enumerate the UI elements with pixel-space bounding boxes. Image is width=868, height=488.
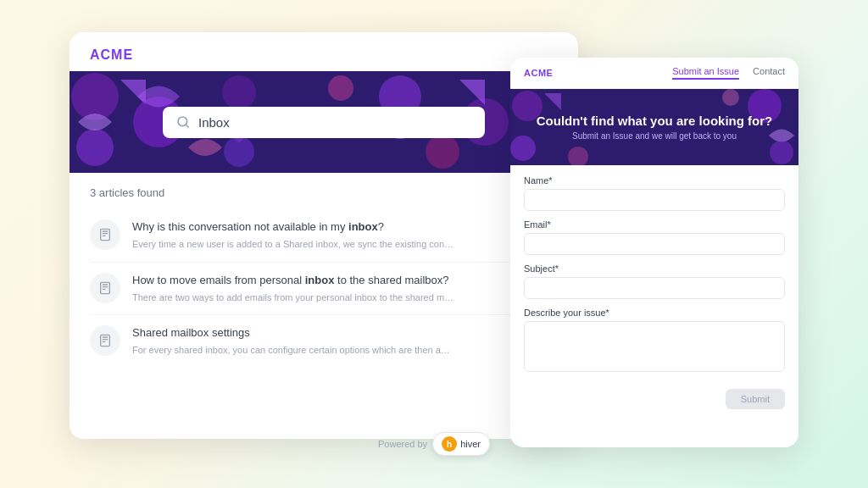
hiver-badge: h hiver xyxy=(432,432,490,456)
contact-form: Name* Email* Subject* Describe your issu… xyxy=(510,165,798,419)
svg-point-0 xyxy=(71,73,119,120)
search-input[interactable] xyxy=(198,115,471,130)
article-excerpt: For every shared inbox, you can configur… xyxy=(132,344,454,357)
form-group-issue: Describe your issue* xyxy=(524,308,785,375)
article-item[interactable]: Why is this conversation not available i… xyxy=(90,209,558,263)
nav-contact[interactable]: Contact xyxy=(753,66,785,80)
form-group-subject: Subject* xyxy=(524,263,785,299)
article-title: Shared mailbox settings xyxy=(132,325,558,341)
hero-banner xyxy=(70,71,578,173)
main-card-header: ACME xyxy=(70,32,578,71)
svg-point-3 xyxy=(222,75,256,109)
contact-card: ACME Submit an Issue Contact Couldn't fi… xyxy=(510,58,798,447)
search-container xyxy=(163,107,485,138)
contact-hero-subtitle: Submit an Issue and we will get back to … xyxy=(572,131,737,141)
article-item[interactable]: Shared mailbox settings For every shared… xyxy=(90,315,558,368)
article-excerpt: Every time a new user is added to a Shar… xyxy=(132,238,454,251)
issue-textarea[interactable] xyxy=(524,321,785,372)
article-content: Why is this conversation not available i… xyxy=(132,219,558,252)
form-actions: Submit xyxy=(524,384,785,409)
svg-point-9 xyxy=(328,75,353,101)
main-logo: ACME xyxy=(90,47,133,62)
svg-point-29 xyxy=(568,147,588,165)
search-icon xyxy=(176,115,190,129)
form-group-name: Name* xyxy=(524,175,785,211)
name-input[interactable] xyxy=(524,189,785,211)
subject-label: Subject* xyxy=(524,263,785,274)
svg-point-30 xyxy=(722,89,739,106)
scene: ACME xyxy=(70,32,798,456)
contact-hero-title: Couldn't find what you are looking for? xyxy=(537,114,773,128)
submit-button[interactable]: Submit xyxy=(726,389,785,409)
article-icon xyxy=(90,273,120,303)
document-icon xyxy=(98,228,112,241)
powered-by-label: Powered by xyxy=(378,439,427,449)
articles-count: 3 articles found xyxy=(90,186,558,199)
contact-logo: ACME xyxy=(524,68,553,78)
email-label: Email* xyxy=(524,219,785,230)
powered-by: Powered by h hiver xyxy=(378,432,490,456)
subject-input[interactable] xyxy=(524,277,785,299)
main-card: ACME xyxy=(70,32,578,439)
svg-point-1 xyxy=(76,129,114,166)
article-excerpt: There are two ways to add emails from yo… xyxy=(132,291,454,304)
name-label: Name* xyxy=(524,175,785,186)
articles-section: 3 articles found Why is this conversatio… xyxy=(70,173,578,381)
email-input[interactable] xyxy=(524,233,785,255)
issue-label: Describe your issue* xyxy=(524,308,785,318)
contact-topbar: ACME Submit an Issue Contact xyxy=(510,58,798,89)
article-content: How to move emails from personal inbox t… xyxy=(132,273,558,305)
contact-hero: Couldn't find what you are looking for? … xyxy=(510,89,798,165)
article-icon xyxy=(90,219,120,250)
article-title: How to move emails from personal inbox t… xyxy=(132,273,558,288)
article-item[interactable]: How to move emails from personal inbox t… xyxy=(90,263,558,316)
search-box xyxy=(163,107,485,138)
form-group-email: Email* xyxy=(524,219,785,255)
nav-submit-issue[interactable]: Submit an Issue xyxy=(672,66,739,80)
document-icon xyxy=(98,281,112,295)
article-icon xyxy=(90,325,120,356)
svg-point-26 xyxy=(510,136,536,161)
contact-nav: Submit an Issue Contact xyxy=(672,66,785,80)
svg-point-4 xyxy=(224,136,254,167)
svg-point-10 xyxy=(426,135,459,169)
hiver-logo: h xyxy=(442,436,457,452)
document-icon xyxy=(98,334,112,347)
article-title: Why is this conversation not available i… xyxy=(132,219,558,235)
svg-line-12 xyxy=(186,125,188,127)
article-content: Shared mailbox settings For every shared… xyxy=(132,325,558,358)
hiver-label: hiver xyxy=(460,439,481,449)
svg-point-28 xyxy=(770,141,793,164)
